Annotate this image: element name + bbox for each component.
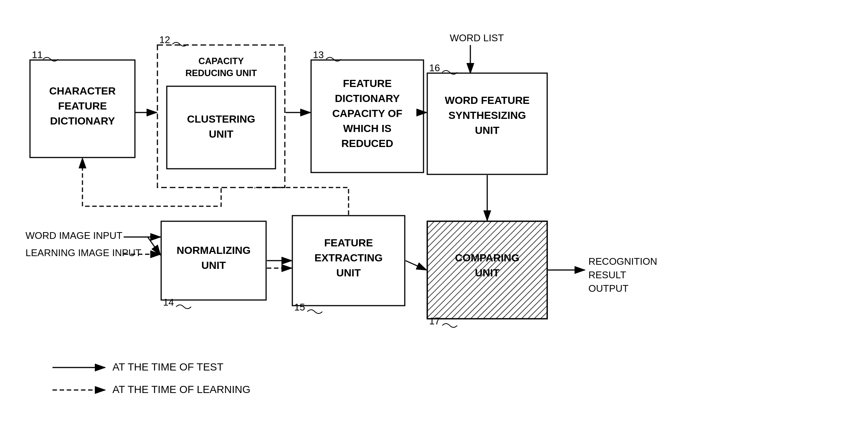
node-12-title-line1: CAPACITY (199, 56, 244, 66)
node-12-title-line2: REDUCING UNIT (186, 68, 257, 78)
node-13-line4: WHICH IS (343, 123, 391, 134)
node-12-inner-line2: UNIT (209, 128, 233, 140)
node-12-inner-box (167, 86, 275, 169)
legend-test-label: AT THE TIME OF TEST (112, 361, 223, 373)
node-16-line2: SYNTHESIZING (449, 110, 526, 121)
dashed-15-to-12 (255, 188, 349, 215)
node-13-line2: DICTIONARY (335, 93, 400, 104)
node-13-line3: CAPACITY OF (332, 108, 402, 119)
node-16-line3: UNIT (475, 124, 499, 136)
node-14-line1: NORMALIZING (177, 244, 251, 256)
legend-learning-label: AT THE TIME OF LEARNING (112, 384, 250, 395)
ref-13: 13 (313, 49, 324, 60)
ref-14: 14 (163, 297, 174, 308)
squiggle-14 (176, 305, 191, 309)
node-11-line2: FEATURE (58, 100, 107, 112)
recognition-result-line2: RESULT (588, 269, 626, 280)
ref-15: 15 (294, 302, 305, 313)
squiggle-17 (442, 324, 457, 327)
diagram-container: CHARACTER FEATURE DICTIONARY 11 CAPACITY… (0, 0, 868, 438)
ref-16: 16 (429, 62, 440, 74)
node-17-line2: UNIT (475, 267, 499, 279)
arrow-15-to-17 (406, 261, 427, 270)
diagram-svg: CHARACTER FEATURE DICTIONARY 11 CAPACITY… (0, 0, 868, 438)
ref-17: 17 (429, 315, 440, 327)
node-15-line3: UNIT (336, 267, 361, 279)
recognition-result-line1: RECOGNITION (588, 256, 657, 267)
node-16-line1: WORD FEATURE (445, 94, 530, 106)
node-15-line2: EXTRACTING (314, 252, 383, 264)
learning-image-input-label: LEARNING IMAGE INPUT (25, 247, 141, 258)
word-list-label: WORD LIST (450, 32, 504, 44)
arrow-word-image-to-14 (148, 237, 160, 255)
node-16-box (427, 73, 547, 174)
node-12-inner-line1: CLUSTERING (187, 113, 255, 125)
node-13-line5: REDUCED (341, 138, 393, 149)
recognition-result-line3: OUTPUT (588, 283, 629, 294)
node-11-line1: CHARACTER (49, 85, 115, 97)
squiggle-15 (307, 310, 322, 314)
word-image-input-label: WORD IMAGE INPUT (25, 230, 123, 241)
node-11-line3: DICTIONARY (50, 115, 115, 127)
node-13-line1: FEATURE (343, 78, 392, 89)
node-14-line2: UNIT (201, 260, 226, 271)
ref-11: 11 (32, 49, 43, 60)
node-15-line1: FEATURE (324, 237, 373, 249)
node-17-line1: COMPARING (455, 252, 519, 264)
ref-12: 12 (159, 34, 170, 45)
